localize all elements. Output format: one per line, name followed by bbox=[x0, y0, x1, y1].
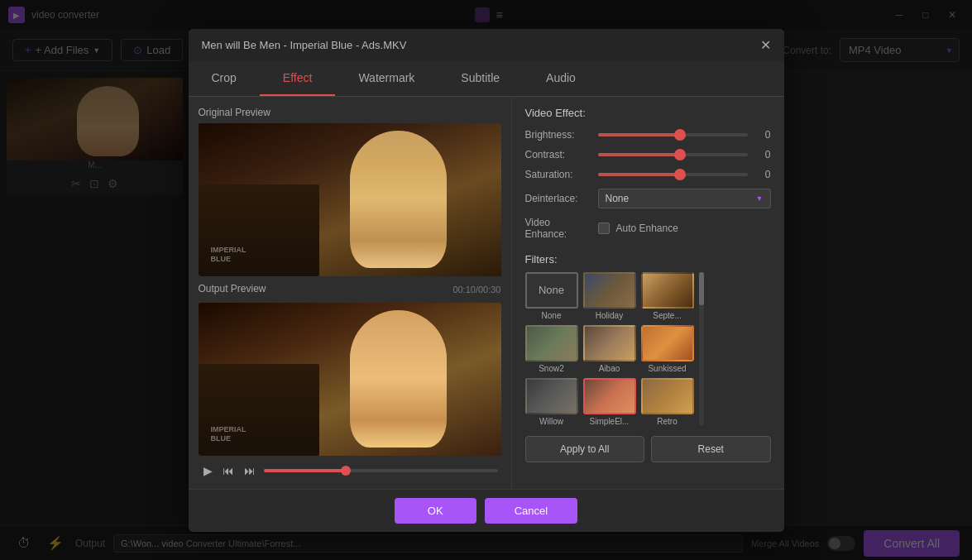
saturation-slider[interactable] bbox=[598, 173, 748, 176]
filter-thumb-sept bbox=[641, 272, 694, 309]
filter-label-retro: Retro bbox=[657, 417, 677, 426]
tab-subtitle[interactable]: Subtitle bbox=[438, 61, 523, 96]
apply-all-button[interactable]: Apply to All bbox=[525, 436, 645, 462]
output-video-watermark: IMPERIALBLUE bbox=[211, 425, 247, 443]
original-preview-label: Original Preview bbox=[199, 107, 501, 118]
filter-thumb-aibao bbox=[583, 325, 636, 361]
saturation-value: 0 bbox=[754, 169, 771, 180]
filter-thumb-simple bbox=[583, 378, 636, 414]
deinterlace-chevron: ▼ bbox=[756, 194, 764, 203]
filter-label-holiday: Holiday bbox=[596, 311, 623, 320]
output-preview-label: Output Preview bbox=[199, 283, 266, 294]
tab-watermark[interactable]: Watermark bbox=[335, 61, 438, 96]
enhance-row: Video Enhance: Auto Enhance bbox=[525, 217, 771, 240]
contrast-value: 0 bbox=[754, 149, 771, 160]
filter-actions: Apply to All Reset bbox=[525, 436, 771, 462]
filters-area: None None Holiday Septe... bbox=[525, 272, 771, 426]
filters-grid: None None Holiday Septe... bbox=[525, 272, 694, 426]
filter-thumb-willow bbox=[525, 378, 578, 414]
filter-label-sunkissed: Sunkissed bbox=[648, 364, 686, 373]
filter-label-willow: Willow bbox=[539, 417, 563, 426]
modal-close-button[interactable]: ✕ bbox=[760, 37, 771, 53]
filter-label-none: None bbox=[542, 311, 562, 320]
next-frame-button[interactable]: ⏭ bbox=[242, 462, 257, 479]
filter-thumb-sunkissed bbox=[641, 325, 694, 361]
progress-thumb bbox=[341, 466, 351, 476]
effect-modal: Men will Be Men - Imperial Blue - Ads.MK… bbox=[189, 29, 784, 532]
preview-timestamp: 00:10/00:30 bbox=[452, 285, 500, 294]
tab-effect[interactable]: Effect bbox=[260, 61, 336, 96]
filter-september[interactable]: Septe... bbox=[641, 272, 694, 320]
contrast-label: Contrast: bbox=[525, 149, 591, 160]
brightness-label: Brightness: bbox=[525, 129, 591, 141]
filter-willow[interactable]: Willow bbox=[525, 378, 578, 426]
filter-aibao[interactable]: Aibao bbox=[583, 325, 636, 373]
filter-thumb-none: None bbox=[525, 272, 578, 309]
video-watermark: IMPERIALBLUE bbox=[211, 246, 247, 264]
filter-sunkissed[interactable]: Sunkissed bbox=[641, 325, 694, 373]
tab-crop[interactable]: Crop bbox=[189, 61, 260, 96]
modal-footer: OK Cancel bbox=[189, 489, 784, 532]
modal-overlay: Men will Be Men - Imperial Blue - Ads.MK… bbox=[0, 0, 972, 560]
filter-thumb-snow2 bbox=[525, 325, 578, 361]
enhance-label: Video Enhance: bbox=[525, 217, 591, 240]
progress-fill bbox=[264, 469, 346, 472]
contrast-fill bbox=[598, 153, 681, 156]
brightness-row: Brightness: 0 bbox=[525, 129, 771, 141]
filter-thumb-holiday bbox=[583, 272, 636, 309]
brightness-value: 0 bbox=[754, 129, 771, 141]
reset-button[interactable]: Reset bbox=[651, 436, 771, 462]
progress-bar[interactable] bbox=[264, 469, 498, 472]
filter-none[interactable]: None None bbox=[525, 272, 578, 320]
scrollbar-thumb bbox=[699, 272, 704, 305]
filter-thumb-retro bbox=[641, 378, 694, 414]
video-background: IMPERIALBLUE bbox=[199, 123, 501, 276]
brightness-slider[interactable] bbox=[598, 133, 748, 136]
cancel-button[interactable]: Cancel bbox=[485, 498, 577, 524]
brightness-fill bbox=[598, 133, 681, 136]
saturation-fill bbox=[598, 173, 681, 176]
contrast-slider[interactable] bbox=[598, 153, 748, 156]
modal-body: Original Preview IMPERIALBLUE Output Pre… bbox=[189, 97, 784, 489]
ok-button[interactable]: OK bbox=[395, 498, 476, 524]
filter-simpleel[interactable]: SimpleEl... bbox=[583, 378, 636, 426]
saturation-label: Saturation: bbox=[525, 169, 591, 180]
filters-scrollbar[interactable] bbox=[699, 272, 704, 426]
filter-retro[interactable]: Retro bbox=[641, 378, 694, 426]
play-button[interactable]: ▶ bbox=[202, 462, 214, 479]
modal-titlebar: Men will Be Men - Imperial Blue - Ads.MK… bbox=[189, 29, 784, 61]
auto-enhance-label: Auto Enhance bbox=[616, 223, 678, 234]
deinterlace-label: Deinterlace: bbox=[525, 193, 591, 204]
effect-section-title: Video Effect: bbox=[525, 107, 771, 119]
saturation-thumb bbox=[674, 169, 686, 180]
contrast-thumb bbox=[674, 149, 686, 160]
contrast-row: Contrast: 0 bbox=[525, 149, 771, 160]
video-person bbox=[350, 131, 447, 269]
video-controls: ▶ ⏮ ⏭ bbox=[199, 462, 501, 479]
filter-label-sept: Septe... bbox=[653, 311, 681, 320]
preview-panel: Original Preview IMPERIALBLUE Output Pre… bbox=[189, 97, 511, 489]
output-video-preview: IMPERIALBLUE bbox=[199, 303, 501, 456]
filter-snow2[interactable]: Snow2 bbox=[525, 325, 578, 373]
modal-title: Men will Be Men - Imperial Blue - Ads.MK… bbox=[202, 39, 407, 51]
filter-label-snow2: Snow2 bbox=[539, 364, 564, 373]
filters-title: Filters: bbox=[525, 253, 771, 266]
filter-label-simple: SimpleEl... bbox=[590, 417, 630, 426]
filter-label-aibao: Aibao bbox=[599, 364, 620, 373]
deinterlace-row: Deinterlace: None ▼ bbox=[525, 189, 771, 208]
output-video-person bbox=[350, 310, 447, 448]
filter-holiday[interactable]: Holiday bbox=[583, 272, 636, 320]
deinterlace-select[interactable]: None ▼ bbox=[598, 189, 771, 208]
original-video-preview: IMPERIALBLUE bbox=[199, 123, 501, 276]
tab-audio[interactable]: Audio bbox=[523, 61, 599, 96]
saturation-row: Saturation: 0 bbox=[525, 169, 771, 180]
effect-panel: Video Effect: Brightness: 0 Contrast: bbox=[511, 97, 784, 489]
brightness-thumb bbox=[674, 129, 686, 141]
output-video-background: IMPERIALBLUE bbox=[199, 303, 501, 456]
prev-frame-button[interactable]: ⏮ bbox=[221, 462, 236, 479]
modal-tabs: Crop Effect Watermark Subtitle Audio bbox=[189, 61, 784, 97]
auto-enhance-checkbox[interactable] bbox=[598, 223, 610, 234]
